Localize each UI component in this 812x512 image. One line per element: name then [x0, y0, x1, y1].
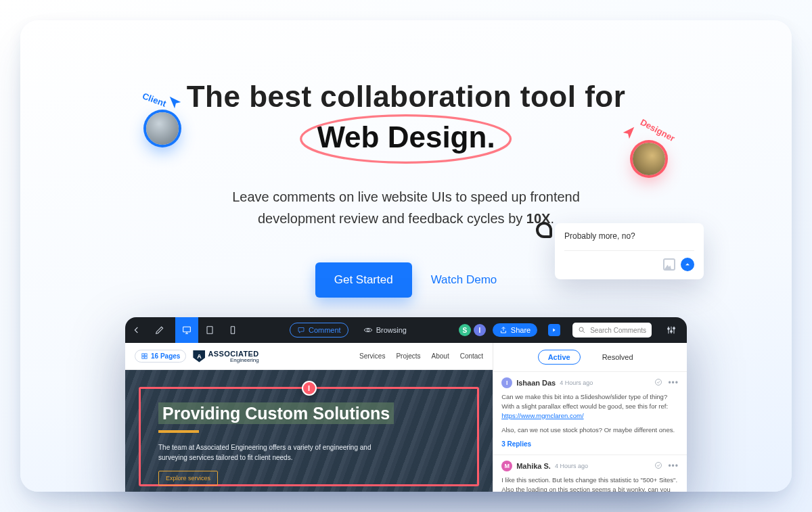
site-nav: Services Projects About Contact: [359, 352, 483, 360]
search-comments-input[interactable]: Search Comments: [572, 323, 652, 338]
resolve-icon[interactable]: [654, 378, 662, 386]
svg-point-5: [579, 327, 583, 331]
comment-thread[interactable]: M Mahika S. 4 Hours ago ••• I like this …: [493, 455, 687, 492]
collaborator-avatar[interactable]: S: [459, 324, 471, 336]
device-tablet-icon[interactable]: [198, 317, 221, 343]
commenter-name: Mahika S.: [516, 462, 551, 470]
svg-point-4: [367, 329, 369, 331]
floating-comment-input[interactable]: Probably more, no?: [555, 223, 704, 279]
browsing-mode-button[interactable]: Browsing: [357, 323, 413, 338]
hero-highlight-text: Web Design.: [313, 120, 499, 154]
svg-point-14: [656, 463, 662, 469]
svg-rect-9: [142, 354, 144, 356]
nav-link[interactable]: Contact: [460, 352, 483, 360]
svg-point-8: [673, 327, 675, 329]
hero-subtitle-line1: Leave comments on live website UIs to sp…: [20, 187, 792, 207]
svg-rect-3: [231, 327, 234, 334]
tab-resolved[interactable]: Resolved: [593, 350, 643, 364]
back-icon[interactable]: [125, 317, 148, 343]
hero-card: The best collaboration tool for Web Desi…: [20, 20, 792, 492]
comment-link[interactable]: https://www.mgmclaren.com/: [501, 412, 583, 419]
comment-timestamp: 4 Hours ago: [560, 379, 593, 386]
website-preview-pane: 16 Pages A ASSOCIATED Engineering Servic…: [125, 343, 493, 492]
nav-link[interactable]: About: [432, 352, 449, 360]
nav-link[interactable]: Services: [359, 352, 385, 360]
commenter-name: Ishaan Das: [516, 379, 556, 387]
floating-comment-text: Probably more, no?: [564, 231, 694, 251]
hero-headline-line1: The best collaboration tool for: [20, 80, 792, 114]
designer-avatar: [633, 143, 665, 175]
device-desktop-icon[interactable]: [175, 317, 198, 343]
svg-rect-2: [207, 327, 212, 334]
svg-point-7: [671, 331, 673, 333]
expand-panel-button[interactable]: [548, 324, 560, 336]
underline-accent: [158, 430, 199, 433]
device-mobile-icon[interactable]: [221, 317, 244, 343]
resolve-icon[interactable]: [654, 461, 662, 469]
attach-image-icon[interactable]: [663, 258, 675, 271]
svg-rect-1: [183, 327, 191, 331]
more-icon[interactable]: •••: [668, 378, 679, 388]
explore-services-button[interactable]: Explore services: [158, 471, 218, 486]
site-hero-title: Providing Custom Solutions: [158, 402, 394, 424]
send-comment-button[interactable]: [681, 258, 694, 271]
tab-active[interactable]: Active: [538, 350, 581, 365]
collaborator-avatar[interactable]: I: [474, 324, 486, 336]
hero-highlight-wrap: Web Design.: [313, 120, 499, 154]
cursor-icon: [621, 125, 636, 140]
svg-rect-10: [145, 354, 147, 356]
site-hero-image: I Providing Custom Solutions The team at…: [125, 370, 493, 492]
client-avatar: [146, 112, 179, 145]
search-placeholder: Search Comments: [590, 327, 646, 334]
product-preview-window: Comment Browsing S I Share Search Com: [125, 317, 687, 492]
svg-point-6: [668, 328, 670, 330]
edit-icon[interactable]: [148, 317, 171, 343]
cursor-icon: [168, 95, 183, 110]
commenter-avatar: I: [501, 377, 512, 388]
watch-demo-button[interactable]: Watch Demo: [431, 273, 497, 287]
share-button[interactable]: Share: [493, 323, 537, 337]
designer-cursor-badge: Designer: [621, 125, 677, 175]
selection-badge: I: [302, 381, 317, 396]
site-header: 16 Pages A ASSOCIATED Engineering Servic…: [125, 343, 493, 370]
svg-rect-12: [145, 356, 147, 358]
comments-tabs: Active Resolved: [493, 343, 687, 371]
comment-body: I like this section. But lets change thi…: [501, 475, 679, 492]
selection-highlight[interactable]: I Providing Custom Solutions The team at…: [139, 387, 479, 486]
svg-point-13: [656, 379, 662, 386]
more-icon[interactable]: •••: [668, 461, 679, 471]
site-hero-body: The team at Associated Engineering offer…: [158, 442, 388, 463]
svg-rect-11: [142, 356, 144, 358]
pages-count-pill[interactable]: 16 Pages: [135, 350, 186, 363]
comment-mode-button[interactable]: Comment: [290, 323, 348, 338]
comments-panel: Active Resolved I Ishaan Das 4 Hours ago…: [493, 343, 687, 492]
comment-body: Can we make this bit into a Slideshow/sl…: [501, 392, 679, 435]
site-logo: A ASSOCIATED Engineering: [193, 350, 258, 363]
brand-logo-icon: [536, 222, 552, 238]
get-started-button[interactable]: Get Started: [315, 262, 412, 298]
nav-link[interactable]: Projects: [396, 352, 420, 360]
client-cursor-badge: Client: [142, 95, 183, 145]
replies-link[interactable]: 3 Replies: [501, 440, 679, 448]
settings-sliders-icon[interactable]: [660, 317, 683, 343]
preview-topbar: Comment Browsing S I Share Search Com: [125, 317, 687, 343]
comment-thread[interactable]: I Ishaan Das 4 Hours ago ••• Can we make…: [493, 371, 687, 455]
commenter-avatar: M: [501, 461, 512, 471]
comment-timestamp: 4 Hours ago: [555, 463, 588, 469]
